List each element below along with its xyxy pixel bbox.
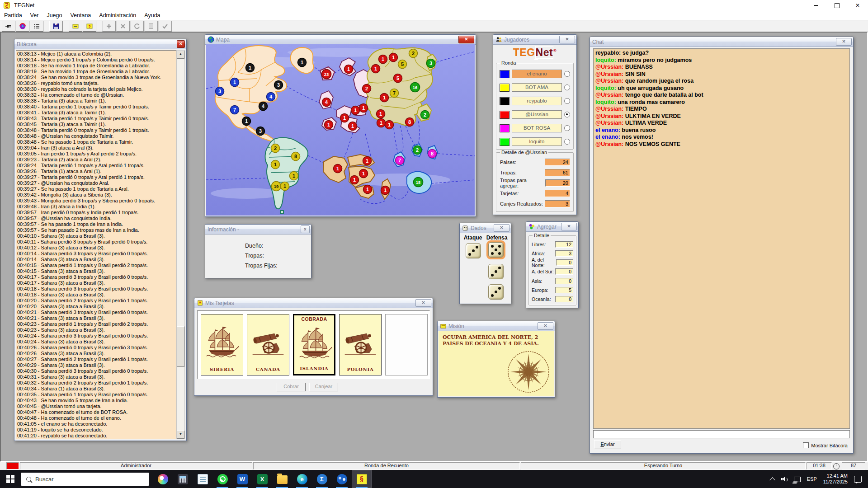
speaker-icon[interactable]	[781, 476, 788, 482]
troop-marker-red-1[interactable]: 1	[372, 65, 380, 73]
taskbar-app-notepad[interactable]	[193, 470, 212, 488]
log-list[interactable]: 00:38:13 - Mejico (1) ataca a Colombia (…	[16, 50, 177, 439]
troop-marker-yellow-7[interactable]: 7	[390, 89, 399, 98]
tarjetas-titlebar[interactable]: Mis Tarjetas ✕	[194, 298, 433, 308]
checkbox-icon[interactable]	[803, 442, 809, 448]
player-radio[interactable]	[564, 112, 570, 117]
troop-marker-red-1[interactable]: 1	[349, 122, 357, 131]
close-icon[interactable]: ✕	[458, 36, 474, 43]
taskbar-app-explorer[interactable]	[272, 470, 292, 488]
help-card-icon-toolbar-button[interactable]: ?	[83, 21, 96, 32]
troop-marker-red-1[interactable]: 1	[380, 94, 389, 102]
troop-marker-green-2[interactable]: 2	[413, 146, 422, 155]
taskbar-app-calculator[interactable]	[173, 470, 193, 488]
taskbar-clock[interactable]: 12:41 AM 11/27/2025	[823, 473, 848, 485]
menu-partida[interactable]: Partida	[0, 11, 26, 20]
connect-icon-toolbar-button[interactable]	[2, 21, 15, 32]
taskbar-app-circles[interactable]	[332, 470, 352, 488]
troop-marker-yellow-2[interactable]: 2	[271, 144, 280, 153]
close-icon[interactable]: ✕	[494, 224, 509, 232]
taskbar-search[interactable]: Buscar	[21, 473, 149, 486]
delete-icon-toolbar-button[interactable]	[116, 21, 130, 32]
troop-marker-red-1[interactable]: 1	[363, 157, 372, 165]
player-radio[interactable]	[564, 125, 570, 131]
canjear-button[interactable]: Canjear	[309, 383, 338, 391]
troop-marker-red-1[interactable]: 1	[334, 164, 342, 173]
country-card-siberia[interactable]: SIBERIA	[201, 314, 243, 375]
game-map[interactable]: 1133447131231241111111251537161111282811…	[206, 44, 475, 216]
close-icon[interactable]: ✕	[836, 38, 852, 46]
taskbar-app-edge[interactable]: e	[292, 470, 312, 488]
troop-marker-red-1[interactable]: 1	[344, 65, 353, 74]
language-indicator[interactable]: ESP	[807, 476, 817, 482]
troop-marker-blue-1[interactable]: 1	[231, 78, 239, 87]
taskbar-app-sigma[interactable]: Σ	[312, 470, 332, 488]
confirm-icon-toolbar-button[interactable]	[158, 21, 172, 32]
troop-marker-black-1[interactable]: 1	[298, 58, 307, 67]
troop-marker-red-1[interactable]: 1	[325, 121, 333, 129]
taskbar-app-excel[interactable]: X	[252, 470, 272, 488]
troop-marker-red-1[interactable]: 1	[389, 53, 398, 62]
troop-marker-black-3[interactable]: 3	[274, 81, 283, 89]
mapa-titlebar[interactable]: Mapa ✕	[205, 35, 476, 45]
close-icon[interactable]: ✕	[561, 223, 577, 230]
player-radio[interactable]	[564, 84, 570, 90]
scroll-up-icon[interactable]: ▲	[177, 51, 184, 59]
dados-titlebar[interactable]: Dados ✕	[460, 223, 511, 233]
scrollbar[interactable]: ▲ ▼	[176, 50, 185, 439]
network-icon[interactable]	[794, 477, 801, 482]
troop-marker-yellow-2[interactable]: 2	[409, 49, 418, 58]
close-icon[interactable]: ✕	[177, 40, 185, 48]
mision-titlebar[interactable]: Misión ✕	[438, 321, 555, 331]
troop-marker-black-4[interactable]: 4	[259, 102, 268, 111]
troop-marker-yellow-8[interactable]: 8	[292, 152, 300, 161]
chat-messages[interactable]: reypablo: se judga?loquito: miramos pero…	[593, 48, 850, 429]
menu-ayuda[interactable]: Ayuda	[140, 11, 164, 20]
save-icon-toolbar-button[interactable]	[49, 21, 63, 32]
taskbar-app-whatsapp[interactable]	[212, 470, 232, 488]
close-icon[interactable]: ✕	[559, 36, 575, 43]
troop-marker-red-1[interactable]: 1	[363, 185, 372, 194]
show-log-option[interactable]: Mostrar Bitácora	[803, 442, 848, 448]
troop-marker-red-5[interactable]: 5	[394, 74, 402, 83]
troop-marker-green-16[interactable]: 16	[410, 83, 420, 92]
troop-marker-red-1[interactable]: 1	[350, 176, 359, 184]
troop-marker-magenta-8[interactable]: 8	[428, 150, 437, 158]
troop-marker-green-3[interactable]: 3	[427, 59, 435, 68]
start-button[interactable]	[0, 470, 21, 488]
cobrar-button[interactable]: Cobrar	[277, 383, 306, 391]
menu-administraci-n[interactable]: Administración	[95, 11, 140, 20]
country-card-canada[interactable]: CANADA	[247, 314, 289, 375]
troop-marker-red-1[interactable]: 1	[351, 106, 360, 115]
troop-marker-blue-7[interactable]: 7	[231, 106, 239, 114]
troop-marker-red-1[interactable]: 1	[359, 104, 368, 113]
chevron-up-icon[interactable]	[769, 477, 775, 483]
troop-marker-black-1[interactable]: 1	[246, 64, 255, 72]
troop-marker-red-23[interactable]: 23	[322, 70, 331, 79]
refresh-icon-toolbar-button[interactable]	[130, 21, 144, 32]
jugadores-titlebar[interactable]: Jugadores ✕	[493, 35, 576, 45]
troop-marker-yellow-1[interactable]: 1	[290, 172, 298, 180]
player-radio[interactable]	[564, 71, 570, 77]
troop-marker-red-2[interactable]: 2	[363, 84, 371, 93]
troop-marker-yellow-1[interactable]: 1	[271, 160, 280, 169]
country-card-islandia[interactable]: COBRADAISLANDIA	[293, 314, 335, 375]
scrollbar-thumb[interactable]	[177, 326, 184, 367]
bitacora-titlebar[interactable]: Bitácora ✕	[14, 39, 186, 49]
chat-input[interactable]	[593, 430, 850, 438]
troop-marker-red-1[interactable]: 1	[377, 110, 385, 118]
sheet-icon-toolbar-button[interactable]	[144, 21, 158, 32]
troop-marker-red-8[interactable]: 8	[406, 118, 414, 127]
list-icon-toolbar-button[interactable]	[30, 21, 43, 32]
minimize-button[interactable]	[806, 0, 826, 11]
taskbar-app-paint[interactable]	[153, 470, 173, 488]
troop-marker-green-18[interactable]: 18	[414, 178, 423, 187]
troop-marker-red-1[interactable]: 1	[340, 114, 349, 122]
close-icon[interactable]: ✕	[538, 322, 553, 330]
troop-marker-red-1[interactable]: 1	[381, 186, 390, 195]
troop-marker-red-4[interactable]: 4	[322, 98, 331, 107]
troop-marker-blue-3[interactable]: 3	[216, 87, 224, 96]
troop-marker-black-1[interactable]: 1	[242, 117, 251, 126]
menu-juego[interactable]: Juego	[42, 11, 66, 20]
troop-marker-yellow-5[interactable]: 5	[398, 60, 407, 69]
